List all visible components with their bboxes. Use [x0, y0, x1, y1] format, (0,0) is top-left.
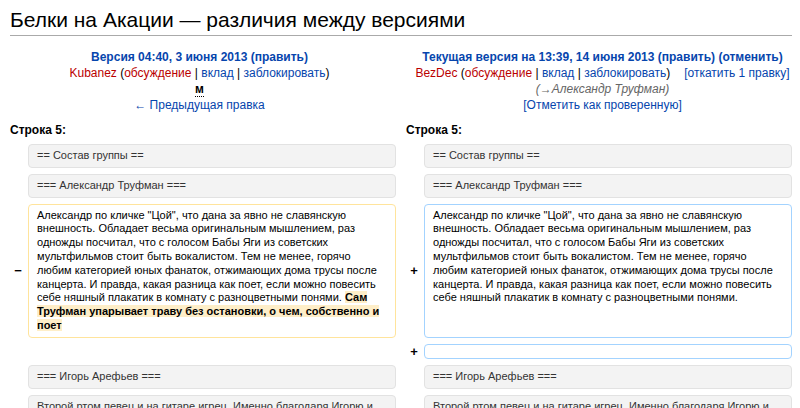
deleted-line-marker: −: [10, 204, 26, 338]
line-number-right: Строка 5:: [406, 121, 792, 138]
deleted-text: Александр по кличке "Цой", что дана за я…: [37, 209, 377, 304]
edit-summary-line: (→Александр Труфман): [413, 81, 792, 97]
autocomment-section-link[interactable]: (→Александр Труфман): [536, 82, 670, 96]
previous-edit-link[interactable]: ← Предыдущая правка: [134, 98, 264, 112]
minor-edit-flag: м: [195, 82, 204, 97]
old-user-block-link[interactable]: заблокировать: [244, 66, 326, 80]
new-user-contribs-link[interactable]: вклад: [542, 66, 574, 80]
diff-table: Строка 5: Строка 5: == Состав группы == …: [10, 121, 792, 408]
punct: |: [195, 66, 198, 80]
mark-reviewed-link[interactable]: [Отметить как проверенную]: [523, 98, 681, 112]
new-version-link[interactable]: Текущая версия на 13:39, 14 июня 2013: [422, 50, 654, 64]
new-user-line: BezDec (обсуждение | вклад | заблокирова…: [413, 65, 792, 81]
new-revision-header: Текущая версия на 13:39, 14 июня 2013 (п…: [413, 49, 792, 113]
punct: |: [578, 66, 581, 80]
old-version-link[interactable]: Версия 04:40, 3 июня 2013: [91, 50, 247, 64]
context-line-left: === Игорь Арефьев ===: [28, 365, 396, 389]
context-paragraph-left: Второй ртом певец и на гитаре игрец. Име…: [28, 395, 396, 408]
rollback-link[interactable]: [откатить 1 правку]: [684, 66, 789, 80]
old-user-link[interactable]: Kubanez: [69, 66, 116, 80]
new-user-link[interactable]: BezDec: [415, 66, 457, 80]
new-user-block-link[interactable]: заблокировать: [584, 66, 666, 80]
deleted-line: Александр по кличке "Цой", что дана за я…: [28, 204, 396, 338]
page-title: Белки на Акации — различия между версиям…: [10, 7, 792, 36]
punct: |: [237, 66, 240, 80]
new-edit-link[interactable]: (править): [658, 50, 715, 64]
context-line-left: == Состав группы ==: [28, 144, 396, 168]
punct: ): [666, 66, 670, 80]
added-line-marker: +: [406, 204, 422, 338]
context-paragraph-right: Второй ртом певец и на гитаре игрец. Име…: [424, 395, 792, 408]
diff-header: Версия 04:40, 3 июня 2013 (править) Kuba…: [10, 49, 792, 113]
added-line-marker: +: [406, 344, 422, 359]
line-number-left: Строка 5:: [10, 121, 396, 138]
added-empty-line: [424, 344, 792, 359]
context-line-right: == Состав группы ==: [424, 144, 792, 168]
previous-edit-line: ← Предыдущая правка: [10, 97, 389, 113]
minor-edit-line: м: [10, 81, 389, 97]
context-line-right: === Игорь Арефьев ===: [424, 365, 792, 389]
old-version-line: Версия 04:40, 3 июня 2013 (править): [10, 49, 389, 65]
old-revision-header: Версия 04:40, 3 июня 2013 (править) Kuba…: [10, 49, 389, 113]
context-line-left: === Александр Труфман ===: [28, 174, 396, 198]
new-version-line: Текущая версия на 13:39, 14 июня 2013 (п…: [413, 49, 792, 65]
punct: ): [326, 66, 330, 80]
undo-link[interactable]: (отменить): [718, 50, 782, 64]
added-line: Александр по кличке "Цой", что дана за я…: [424, 204, 792, 338]
review-line: [Отметить как проверенную]: [413, 97, 792, 113]
old-edit-link[interactable]: (править): [251, 50, 308, 64]
old-user-talk-link[interactable]: обсуждение: [124, 66, 191, 80]
old-user-line: Kubanez (обсуждение | вклад | заблокиров…: [10, 65, 389, 81]
context-line-right: === Александр Труфман ===: [424, 174, 792, 198]
new-user-talk-link[interactable]: обсуждение: [465, 66, 532, 80]
punct: |: [535, 66, 538, 80]
old-user-contribs-link[interactable]: вклад: [201, 66, 233, 80]
